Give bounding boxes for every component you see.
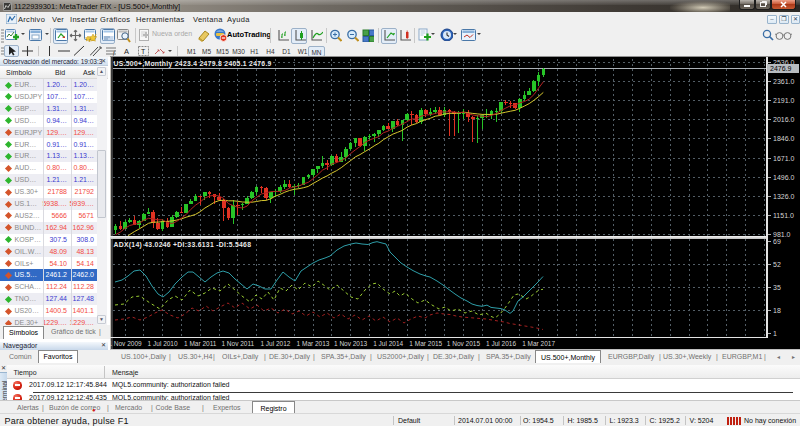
svg-text:1671.0: 1671.0 [773, 155, 795, 162]
svg-text:52: 52 [773, 261, 781, 268]
svg-text:1 Nov 2013: 1 Nov 2013 [334, 340, 368, 347]
svg-text:69: 69 [773, 238, 781, 245]
svg-text:2016.0: 2016.0 [773, 116, 795, 123]
svg-text:1 Nov 2009: 1 Nov 2009 [110, 340, 142, 347]
svg-text:T: T [141, 48, 146, 55]
svg-text:2476.9: 2476.9 [770, 65, 792, 72]
svg-text:1 Mar 2015: 1 Mar 2015 [409, 340, 442, 347]
svg-text:1151.0: 1151.0 [773, 212, 794, 219]
svg-text:1: 1 [773, 330, 777, 337]
svg-text:18: 18 [773, 307, 781, 314]
svg-text:1 Jul 2012: 1 Jul 2012 [260, 340, 290, 347]
svg-text:1 Nov 2015: 1 Nov 2015 [447, 340, 481, 347]
svg-text:35: 35 [773, 284, 781, 291]
svg-text:1 Jul 2010: 1 Jul 2010 [148, 340, 178, 347]
svg-text:1 Mar 2011: 1 Mar 2011 [184, 340, 217, 347]
svg-text:1 Jul 2016: 1 Jul 2016 [486, 340, 516, 347]
svg-text:2191.0: 2191.0 [773, 97, 795, 104]
svg-text:1 Jul 2014: 1 Jul 2014 [373, 340, 403, 347]
svg-text:1326.0: 1326.0 [773, 193, 795, 200]
svg-text:2361.0: 2361.0 [773, 78, 795, 85]
svg-text:1 Nov 2011: 1 Nov 2011 [221, 340, 254, 347]
svg-text:ADX(14) 43.0246 +DI:33.6131: ADX(14) 43.0246 +DI:33.6131 -DI:5.5468 [114, 241, 252, 249]
svg-text:1 Mar 2013: 1 Mar 2013 [297, 340, 330, 347]
svg-text:1 Mar 2017: 1 Mar 2017 [522, 340, 555, 347]
svg-text:1846.0: 1846.0 [773, 135, 795, 142]
svg-text:1496.0: 1496.0 [773, 174, 795, 181]
svg-text:US.500+,Monthly 2423.4 2479.8: US.500+,Monthly 2423.4 2479.8 2405.1 247… [114, 60, 272, 68]
